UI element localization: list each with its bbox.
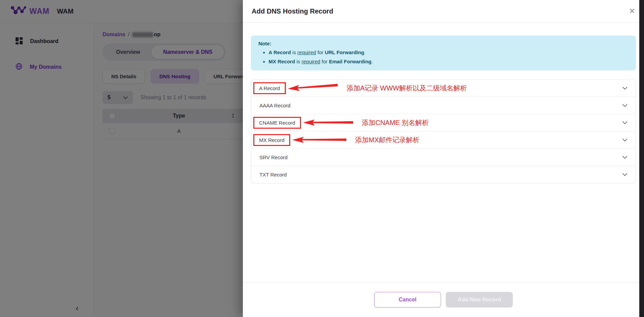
window-edge-strip <box>639 0 644 317</box>
accordion-row-mx-record[interactable]: MX Record 添加MX邮件记录解析 <box>251 131 636 149</box>
modal-header: Add DNS Hosting Record ✕ <box>243 0 644 23</box>
annotation-highlight-box: MX Record <box>253 134 290 146</box>
annotation-arrow-icon <box>302 119 353 126</box>
cancel-button[interactable]: Cancel <box>374 292 441 308</box>
accordion-row-srv-record[interactable]: SRV Record <box>251 149 636 166</box>
accordion-row-label: TXT Record <box>259 172 287 177</box>
page: WAM WAM Dashboard My <box>0 0 644 317</box>
annotation-arrow-icon <box>292 136 346 144</box>
annotation-arrow-icon <box>287 82 338 92</box>
accordion-row-cname-record[interactable]: CNAME Record 添加CNAME 别名解析 <box>251 114 636 131</box>
close-icon[interactable]: ✕ <box>629 7 635 15</box>
note-heading: Note: <box>258 41 628 46</box>
note-list: A Record is required for URL Forwarding.… <box>258 49 628 65</box>
note-item: A Record is required for URL Forwarding. <box>269 49 628 57</box>
chevron-down-icon <box>622 121 627 124</box>
annotation-text: 添加A记录 WWW解析以及二级域名解析 <box>347 84 467 93</box>
accordion-row-label: MX Record <box>259 137 284 143</box>
chevron-down-icon <box>622 173 627 176</box>
note-callout: Note: A Record is required for URL Forwa… <box>251 36 636 70</box>
note-item: MX Record is required for Email Forwardi… <box>269 58 628 66</box>
record-type-accordion: A Record 添加A记录 WWW解析以及二级域名解析 AAAA Record <box>251 79 636 184</box>
accordion-row-label: AAAA Record <box>259 103 291 108</box>
modal-body: Note: A Record is required for URL Forwa… <box>243 23 644 282</box>
accordion-row-label: CNAME Record <box>259 120 295 126</box>
accordion-row-label: A Record <box>259 85 280 91</box>
modal-title: Add DNS Hosting Record <box>252 7 333 15</box>
accordion-row-a-record[interactable]: A Record 添加A记录 WWW解析以及二级域名解析 <box>251 80 636 97</box>
annotation-text: 添加CNAME 别名解析 <box>362 118 429 127</box>
chevron-down-icon <box>622 104 627 107</box>
annotation-highlight-box: A Record <box>253 82 286 94</box>
modal-footer: Cancel Add New Record <box>243 282 644 317</box>
annotation-text: 添加MX邮件记录解析 <box>355 135 419 145</box>
add-dns-record-modal: Add DNS Hosting Record ✕ Note: A Record … <box>243 0 644 317</box>
add-new-record-button[interactable]: Add New Record <box>446 292 513 308</box>
accordion-row-label: SRV Record <box>259 154 288 160</box>
annotation-highlight-box: CNAME Record <box>253 117 301 129</box>
chevron-down-icon <box>622 156 627 159</box>
accordion-row-txt-record[interactable]: TXT Record <box>251 166 636 183</box>
chevron-down-icon <box>622 87 627 90</box>
accordion-row-aaaa-record[interactable]: AAAA Record <box>251 97 636 114</box>
chevron-down-icon <box>622 139 627 142</box>
